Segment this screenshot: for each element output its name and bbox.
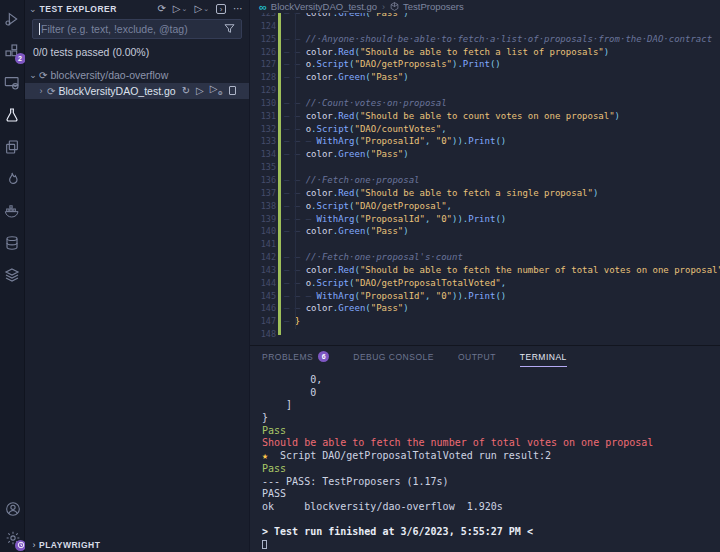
code-line[interactable]: 128– – color.Green("Pass") [250,71,720,84]
code-line[interactable]: 129 [250,84,720,97]
code-line[interactable]: 138– – o.Script("DAO/getProposal", [250,200,720,213]
tree-item-label: blockversity/dao-overflow [50,69,168,81]
line-number: 143 [250,264,276,277]
more-actions-icon[interactable]: ⋯ [233,4,243,14]
code-line[interactable]: 144– – o.Script("DAO/getProposalTotalVot… [250,277,720,290]
bottom-panel: PROBLEMS6DEBUG CONSOLEOUTPUTTERMINAL 0, … [250,345,720,552]
code-line[interactable]: 124 [250,20,720,33]
tab-label: TERMINAL [520,352,567,362]
code-line[interactable]: 126– – color.Red("Should be able to fetc… [250,46,720,59]
debug-all-tests-icon[interactable]: ▷⌄ [194,4,209,14]
tree-item-test-file[interactable]: › ⟳ BlockVersityDAO_test.go ↻ ▷ ▷⚙ [25,83,249,99]
playwright-section-header[interactable]: › PLAYWRIGHT [25,538,249,552]
code-text: – – //·Count·votes·on·proposal [284,97,447,110]
rerun-test-icon[interactable]: ↻ [182,86,190,96]
code-line[interactable]: 147– } [250,315,720,328]
tab-label: DEBUG CONSOLE [353,352,434,362]
chevron-right-icon[interactable]: › [36,86,46,96]
code-line[interactable]: 142– – //·Fetch·one·proposal's·count [250,251,720,264]
run-test-icon[interactable]: ▷ [196,86,204,96]
code-line[interactable]: 123– – color.Green("Pass") [250,13,720,20]
run-and-debug-icon[interactable] [2,8,23,29]
code-text: – – //·Fetch·one·proposal [284,174,419,187]
refresh-tests-icon[interactable]: ⟳ [157,4,165,14]
code-line[interactable]: 141 [250,238,720,251]
code-line[interactable]: 139– – – WithArg("ProposalId", "0")).Pri… [250,213,720,226]
symbol-method-icon [390,2,399,11]
code-text: – – – WithArg("ProposalId", "0")).Print(… [284,213,506,226]
terminal-cursor [262,540,267,549]
terminal-line: ] [262,399,720,412]
code-line[interactable]: 145– – – WithArg("ProposalId", "0")).Pri… [250,290,720,303]
terminal[interactable]: 0, 0 ]}PassShould be able to fetch the n… [250,367,720,552]
extensions-icon[interactable]: 2 [2,40,23,61]
code-line[interactable]: 136– – //·Fetch·one·proposal [250,174,720,187]
debug-test-icon[interactable]: ▷⚙ [210,84,223,98]
testing-icon[interactable] [2,104,23,125]
code-line[interactable]: 133– – – WithArg("ProposalId", "0")).Pri… [250,135,720,148]
line-number: 148 [250,328,276,341]
code-text: – – color.Red("Should be able to count v… [284,110,620,123]
tree-item-workspace[interactable]: ⌄ ⟳ blockversity/dao-overflow [25,67,249,83]
test-filter-input[interactable]: Filter (e.g. text, !exclude, @tag) [32,19,242,39]
panel-tab-bar: PROBLEMS6DEBUG CONSOLEOUTPUTTERMINAL [250,346,720,367]
tree-item-label: BlockVersityDAO_test.go [58,85,175,97]
code-line[interactable]: 130– – //·Count·votes·on·proposal [250,97,720,110]
documents-icon[interactable] [2,136,23,157]
code-line[interactable]: 131– – color.Red("Should be able to coun… [250,110,720,123]
code-text: – – color.Green("Pass") [284,225,409,238]
database-icon[interactable] [2,232,23,253]
code-line[interactable]: 143– – color.Red("Should be able to fetc… [250,264,720,277]
code-line[interactable]: 134– – color.Green("Pass") [250,148,720,161]
flame-icon[interactable] [2,168,23,189]
terminal-line [262,539,720,552]
test-queued-icon: ⟳ [39,70,47,81]
breadcrumb[interactable]: ∞ BlockVersityDAO_test.go › TestProposer… [250,0,720,13]
activity-bar: 2 [0,0,25,552]
line-number: 123 [250,13,276,20]
terminal-line: } [262,412,720,425]
line-number: 145 [250,290,276,303]
docker-icon[interactable] [2,200,23,221]
tab-label: PROBLEMS [262,352,313,362]
go-to-test-icon[interactable] [229,86,236,97]
show-output-icon[interactable]: › [216,4,226,14]
code-text: – – color.Red("Should be able to fetch t… [284,264,720,277]
tests-passed-status: 0/0 tests passed (0.00%) [33,46,242,58]
filter-icon[interactable] [224,23,235,36]
chevron-down-icon[interactable]: ⌄ [29,4,37,14]
code-line[interactable]: 125– – //·Anyone·should·be·able·to·fetch… [250,33,720,46]
panel-tab-debug-console[interactable]: DEBUG CONSOLE [353,346,434,367]
code-line[interactable]: 137– – color.Red("Should be able to fetc… [250,187,720,200]
terminal-line: 0, [262,374,720,387]
code-line[interactable]: 132– – o.Script("DAO/countVotes", [250,123,720,136]
terminal-line: Pass [262,463,720,476]
line-number: 140 [250,225,276,238]
code-line[interactable]: 135 [250,161,720,174]
code-line[interactable]: 146– – color.Green("Pass") [250,302,720,315]
terminal-line: Pass [262,425,720,438]
badge: 2 [15,53,26,64]
line-number: 141 [250,238,276,251]
settings-icon[interactable] [2,527,23,548]
line-number: 139 [250,213,276,226]
remote-explorer-icon[interactable] [2,72,23,93]
text-caret [39,23,40,35]
code-line[interactable]: 148 [250,328,720,341]
line-number: 131 [250,110,276,123]
run-all-tests-icon[interactable]: ▷⌄ [173,4,188,14]
line-number: 125 [250,33,276,46]
chevron-down-icon[interactable]: ⌄ [28,70,38,80]
breadcrumb-file[interactable]: BlockVersityDAO_test.go [271,1,377,12]
panel-tab-problems[interactable]: PROBLEMS6 [262,346,329,367]
breadcrumb-symbol[interactable]: TestProposers [403,1,464,12]
code-line[interactable]: 140– – color.Green("Pass") [250,225,720,238]
code-text: – } [284,315,300,328]
code-editor[interactable]: 123– – color.Green("Pass")124125– – //·A… [250,13,720,345]
account-icon[interactable] [2,498,23,519]
layers-icon[interactable] [2,264,23,285]
code-text: – – //·Anyone·should·be·able·to·fetch·a·… [284,33,712,46]
panel-tab-terminal[interactable]: TERMINAL [520,346,567,367]
code-line[interactable]: 127– – o.Script("DAO/getProposals").Prin… [250,58,720,71]
panel-tab-output[interactable]: OUTPUT [458,346,496,367]
